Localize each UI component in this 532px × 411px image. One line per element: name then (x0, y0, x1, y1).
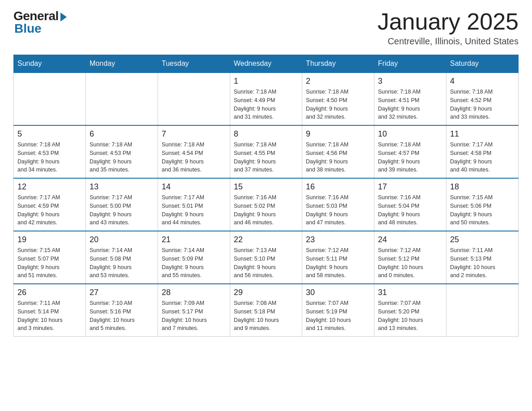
day-number: 3 (378, 77, 442, 86)
calendar-day-6: 6Sunrise: 7:18 AM Sunset: 4:53 PM Daylig… (86, 125, 158, 178)
day-number: 11 (450, 129, 515, 139)
day-number: 17 (378, 182, 442, 192)
day-number: 31 (378, 288, 442, 297)
calendar-empty-cell (14, 73, 86, 125)
logo-blue-text: Blue (14, 21, 42, 36)
day-info: Sunrise: 7:13 AM Sunset: 5:10 PM Dayligh… (234, 246, 298, 280)
calendar-day-23: 23Sunrise: 7:12 AM Sunset: 5:11 PM Dayli… (302, 231, 374, 284)
calendar-week-row: 5Sunrise: 7:18 AM Sunset: 4:53 PM Daylig… (14, 125, 519, 178)
day-info: Sunrise: 7:17 AM Sunset: 5:01 PM Dayligh… (162, 193, 226, 227)
day-info: Sunrise: 7:11 AM Sunset: 5:13 PM Dayligh… (450, 246, 515, 280)
calendar-day-13: 13Sunrise: 7:17 AM Sunset: 5:00 PM Dayli… (86, 178, 158, 231)
day-number: 1 (234, 77, 298, 86)
calendar: SundayMondayTuesdayWednesdayThursdayFrid… (13, 55, 519, 337)
day-info: Sunrise: 7:18 AM Sunset: 4:57 PM Dayligh… (378, 141, 442, 174)
day-number: 20 (90, 235, 154, 244)
day-number: 13 (90, 182, 154, 192)
calendar-day-18: 18Sunrise: 7:15 AM Sunset: 5:06 PM Dayli… (446, 178, 519, 231)
calendar-header-wednesday: Wednesday (230, 55, 302, 73)
day-number: 26 (17, 288, 82, 297)
day-info: Sunrise: 7:15 AM Sunset: 5:06 PM Dayligh… (450, 193, 515, 227)
day-number: 25 (450, 235, 515, 244)
calendar-day-8: 8Sunrise: 7:18 AM Sunset: 4:55 PM Daylig… (230, 125, 302, 178)
calendar-day-24: 24Sunrise: 7:12 AM Sunset: 5:12 PM Dayli… (374, 231, 446, 284)
calendar-day-31: 31Sunrise: 7:07 AM Sunset: 5:20 PM Dayli… (374, 284, 446, 337)
day-info: Sunrise: 7:18 AM Sunset: 4:49 PM Dayligh… (234, 88, 298, 121)
day-info: Sunrise: 7:18 AM Sunset: 4:53 PM Dayligh… (90, 141, 154, 174)
day-number: 24 (378, 235, 442, 244)
day-info: Sunrise: 7:18 AM Sunset: 4:56 PM Dayligh… (306, 141, 370, 174)
day-number: 15 (234, 182, 298, 192)
calendar-day-15: 15Sunrise: 7:16 AM Sunset: 5:02 PM Dayli… (230, 178, 302, 231)
day-info: Sunrise: 7:14 AM Sunset: 5:08 PM Dayligh… (90, 246, 154, 280)
day-number: 27 (90, 288, 154, 297)
calendar-day-27: 27Sunrise: 7:10 AM Sunset: 5:16 PM Dayli… (86, 284, 158, 337)
day-info: Sunrise: 7:14 AM Sunset: 5:09 PM Dayligh… (162, 246, 226, 280)
day-info: Sunrise: 7:08 AM Sunset: 5:18 PM Dayligh… (234, 299, 298, 333)
calendar-header-tuesday: Tuesday (158, 55, 230, 73)
page-title: January 2025 (378, 9, 519, 34)
calendar-day-30: 30Sunrise: 7:07 AM Sunset: 5:19 PM Dayli… (302, 284, 374, 337)
day-info: Sunrise: 7:17 AM Sunset: 4:58 PM Dayligh… (450, 141, 515, 174)
day-info: Sunrise: 7:18 AM Sunset: 4:54 PM Dayligh… (162, 141, 226, 174)
day-number: 8 (234, 129, 298, 139)
day-info: Sunrise: 7:17 AM Sunset: 4:59 PM Dayligh… (17, 193, 82, 227)
calendar-empty-cell (86, 73, 158, 125)
calendar-day-25: 25Sunrise: 7:11 AM Sunset: 5:13 PM Dayli… (446, 231, 519, 284)
calendar-day-20: 20Sunrise: 7:14 AM Sunset: 5:08 PM Dayli… (86, 231, 158, 284)
day-number: 14 (162, 182, 226, 192)
day-number: 7 (162, 129, 226, 139)
day-number: 19 (17, 235, 82, 244)
day-info: Sunrise: 7:16 AM Sunset: 5:03 PM Dayligh… (306, 193, 370, 227)
day-info: Sunrise: 7:18 AM Sunset: 4:51 PM Dayligh… (378, 88, 442, 121)
day-info: Sunrise: 7:17 AM Sunset: 5:00 PM Dayligh… (90, 193, 154, 227)
day-info: Sunrise: 7:11 AM Sunset: 5:14 PM Dayligh… (17, 299, 82, 333)
calendar-week-row: 19Sunrise: 7:15 AM Sunset: 5:07 PM Dayli… (14, 231, 519, 284)
calendar-header-monday: Monday (86, 55, 158, 73)
day-number: 9 (306, 129, 370, 139)
day-info: Sunrise: 7:07 AM Sunset: 5:19 PM Dayligh… (306, 299, 370, 333)
calendar-day-3: 3Sunrise: 7:18 AM Sunset: 4:51 PM Daylig… (374, 73, 446, 125)
calendar-empty-cell (158, 73, 230, 125)
calendar-day-1: 1Sunrise: 7:18 AM Sunset: 4:49 PM Daylig… (230, 73, 302, 125)
header: General Blue January 2025 Centreville, I… (13, 9, 519, 47)
day-info: Sunrise: 7:18 AM Sunset: 4:52 PM Dayligh… (450, 88, 515, 121)
day-info: Sunrise: 7:18 AM Sunset: 4:53 PM Dayligh… (17, 141, 82, 174)
calendar-header-sunday: Sunday (14, 55, 86, 73)
calendar-day-26: 26Sunrise: 7:11 AM Sunset: 5:14 PM Dayli… (14, 284, 86, 337)
day-number: 18 (450, 182, 515, 192)
calendar-header-row: SundayMondayTuesdayWednesdayThursdayFrid… (14, 55, 519, 73)
day-number: 6 (90, 129, 154, 139)
calendar-day-4: 4Sunrise: 7:18 AM Sunset: 4:52 PM Daylig… (446, 73, 519, 125)
day-info: Sunrise: 7:07 AM Sunset: 5:20 PM Dayligh… (378, 299, 442, 333)
day-number: 28 (162, 288, 226, 297)
day-number: 23 (306, 235, 370, 244)
day-number: 2 (306, 77, 370, 86)
calendar-header-saturday: Saturday (446, 55, 519, 73)
calendar-week-row: 12Sunrise: 7:17 AM Sunset: 4:59 PM Dayli… (14, 178, 519, 231)
calendar-day-7: 7Sunrise: 7:18 AM Sunset: 4:54 PM Daylig… (158, 125, 230, 178)
day-info: Sunrise: 7:12 AM Sunset: 5:12 PM Dayligh… (378, 246, 442, 280)
day-info: Sunrise: 7:16 AM Sunset: 5:02 PM Dayligh… (234, 193, 298, 227)
day-info: Sunrise: 7:12 AM Sunset: 5:11 PM Dayligh… (306, 246, 370, 280)
logo: General Blue (13, 9, 67, 36)
calendar-day-11: 11Sunrise: 7:17 AM Sunset: 4:58 PM Dayli… (446, 125, 519, 178)
calendar-day-14: 14Sunrise: 7:17 AM Sunset: 5:01 PM Dayli… (158, 178, 230, 231)
calendar-week-row: 1Sunrise: 7:18 AM Sunset: 4:49 PM Daylig… (14, 73, 519, 125)
day-info: Sunrise: 7:16 AM Sunset: 5:04 PM Dayligh… (378, 193, 442, 227)
calendar-empty-cell (446, 284, 519, 337)
calendar-day-9: 9Sunrise: 7:18 AM Sunset: 4:56 PM Daylig… (302, 125, 374, 178)
day-number: 22 (234, 235, 298, 244)
day-info: Sunrise: 7:10 AM Sunset: 5:16 PM Dayligh… (90, 299, 154, 333)
calendar-day-21: 21Sunrise: 7:14 AM Sunset: 5:09 PM Dayli… (158, 231, 230, 284)
day-number: 5 (17, 129, 82, 139)
calendar-day-5: 5Sunrise: 7:18 AM Sunset: 4:53 PM Daylig… (14, 125, 86, 178)
day-info: Sunrise: 7:18 AM Sunset: 4:55 PM Dayligh… (234, 141, 298, 174)
calendar-day-29: 29Sunrise: 7:08 AM Sunset: 5:18 PM Dayli… (230, 284, 302, 337)
day-number: 10 (378, 129, 442, 139)
calendar-day-19: 19Sunrise: 7:15 AM Sunset: 5:07 PM Dayli… (14, 231, 86, 284)
day-number: 16 (306, 182, 370, 192)
calendar-header-friday: Friday (374, 55, 446, 73)
day-number: 4 (450, 77, 515, 86)
calendar-day-22: 22Sunrise: 7:13 AM Sunset: 5:10 PM Dayli… (230, 231, 302, 284)
